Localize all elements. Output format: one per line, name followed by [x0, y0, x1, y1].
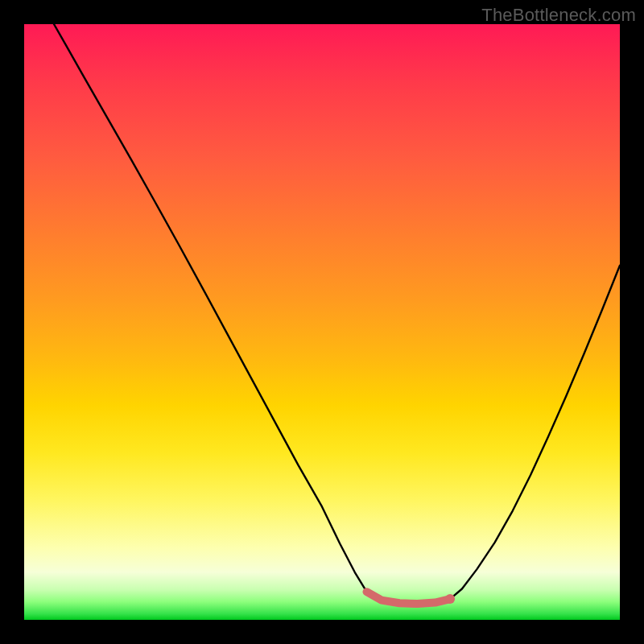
main-curve	[54, 24, 620, 604]
flat-segment	[367, 592, 451, 604]
watermark-text: TheBottleneck.com	[481, 5, 636, 26]
plot-area	[24, 24, 620, 620]
curve-layer	[24, 24, 620, 620]
flat-segment-end-dot	[445, 594, 455, 604]
chart-frame: TheBottleneck.com	[0, 0, 644, 644]
